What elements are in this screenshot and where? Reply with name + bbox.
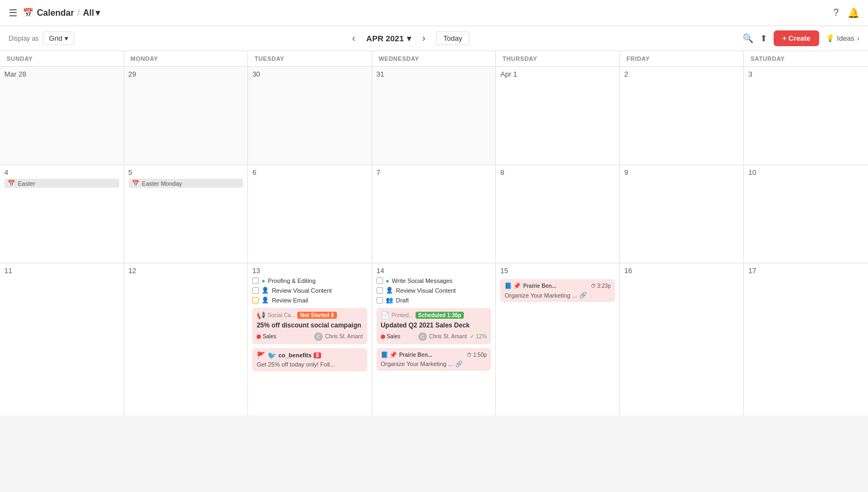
flag2-icon: 📌: [390, 351, 397, 358]
task-label: Review Email: [272, 297, 308, 304]
day-10[interactable]: 10: [744, 165, 868, 263]
prev-month-button[interactable]: ‹: [348, 30, 360, 46]
author-name: Chris St. Amant: [325, 333, 362, 339]
day-12[interactable]: 12: [124, 263, 248, 415]
card-source: Printed...: [392, 312, 413, 318]
header-tuesday: TUESDAY: [248, 51, 372, 66]
next-month-button[interactable]: ›: [418, 30, 430, 46]
day-11[interactable]: 11: [0, 263, 124, 415]
task-draft[interactable]: 👥 Draft: [376, 296, 492, 304]
day-17[interactable]: 17: [744, 263, 868, 415]
day-5[interactable]: 5 📅 Easter Monday: [124, 165, 248, 263]
hamburger-icon[interactable]: ☰: [9, 7, 17, 19]
day-number: 30: [252, 70, 367, 78]
clock-icon: ⏱: [591, 283, 596, 289]
prairie-icons: 📘 📌: [381, 351, 397, 358]
time-value: 1:50p: [473, 352, 487, 358]
task-label: Proofing & Editing: [268, 277, 316, 284]
day-8[interactable]: 8: [496, 165, 620, 263]
day-number: 29: [129, 70, 244, 78]
day-apr1[interactable]: Apr 1: [496, 67, 620, 165]
day-15[interactable]: 15 📘 📌 Prairie Ben...: [496, 263, 620, 415]
day-number: Apr 1: [500, 70, 615, 78]
display-as-label: Display as: [9, 35, 39, 42]
twitter-icon: 🐦: [267, 351, 276, 359]
share-button[interactable]: ⬆: [760, 33, 767, 43]
grid-chevron-icon: ▾: [65, 34, 68, 42]
nav-all[interactable]: All ▾: [83, 8, 100, 18]
card-percent: ✓ 12%: [470, 333, 487, 339]
printed-card[interactable]: 📄 Printed... Scheduled 1:36p Updated Q2 …: [376, 308, 492, 344]
social-campaign-card[interactable]: 📢 Social Ca... Not Started 8 25% off dis…: [252, 308, 367, 344]
day-4[interactable]: 4 📅 Easter: [0, 165, 124, 263]
day-number: 6: [252, 168, 367, 176]
create-button[interactable]: + Create: [774, 30, 819, 46]
task-write-social[interactable]: ● Write Social Messages: [376, 277, 492, 285]
day-29[interactable]: 29: [124, 67, 248, 165]
weeks: Mar 28 29 30 31 Apr 1 2 3 4: [0, 67, 868, 415]
task-checkbox[interactable]: [252, 277, 259, 284]
card-type-icon: 📄: [381, 311, 390, 319]
day-3[interactable]: 3: [744, 67, 868, 165]
header-saturday: SATURDAY: [744, 51, 868, 66]
bell-icon[interactable]: 🔔: [847, 7, 859, 19]
task-proofing[interactable]: ● Proofing & Editing: [252, 277, 367, 285]
day-7[interactable]: 7: [372, 165, 496, 263]
card-title: 25% off discount social campaign: [257, 321, 363, 330]
tag-dot: [257, 335, 261, 339]
easter-monday-event[interactable]: 📅 Easter Monday: [129, 179, 244, 188]
task-checkbox[interactable]: [252, 297, 259, 304]
day-number: 15: [500, 267, 615, 275]
card-tag: Sales: [257, 333, 276, 339]
prairie-name: Prairie Ben...: [399, 352, 432, 358]
day-13[interactable]: 13 ● Proofing & Editing 👤 Review Visual …: [248, 263, 372, 415]
today-button[interactable]: Today: [436, 31, 469, 45]
day-headers: SUNDAY MONDAY TUESDAY WEDNESDAY THURSDAY…: [0, 51, 868, 67]
prairie-title-text: Organize Your Marketing ...: [505, 292, 577, 299]
search-button[interactable]: 🔍: [743, 33, 754, 43]
calendar-icon: 📅: [23, 8, 34, 18]
help-icon[interactable]: ?: [833, 7, 839, 18]
task-review-visual[interactable]: 👤 Review Visual Content: [252, 286, 367, 294]
event-list: ● Proofing & Editing 👤 Review Visual Con…: [252, 277, 367, 371]
task-checkbox[interactable]: [376, 287, 383, 294]
day-mar28[interactable]: Mar 28: [0, 67, 124, 165]
month-title[interactable]: APR 2021 ▾: [366, 34, 411, 43]
clock-icon: ⏱: [467, 352, 472, 358]
co-benefits-card[interactable]: 🚩 🐦 co_benefits 8 Get 25% off today only…: [252, 348, 367, 371]
card-type-icon: 📢: [257, 311, 265, 319]
easter-event[interactable]: 📅 Easter: [4, 179, 119, 188]
event-list: ● Write Social Messages 👤 Review Visual …: [376, 277, 492, 371]
prairie-card-15[interactable]: 📘 📌 Prairie Ben... ⏱ 3:23p Org: [500, 279, 615, 302]
tag-dot: [381, 335, 385, 339]
task-review-email[interactable]: 👤 Review Email: [252, 296, 367, 304]
prairie-name: Prairie Ben...: [523, 283, 556, 289]
task-icon: 👤: [261, 287, 269, 294]
prairie-card-14[interactable]: 📘 📌 Prairie Ben... ⏱ 1:50p Org: [376, 348, 492, 371]
task-review-visual-14[interactable]: 👤 Review Visual Content: [376, 286, 492, 294]
day-6[interactable]: 6: [248, 165, 372, 263]
task-checkbox[interactable]: [376, 297, 383, 304]
task-checkbox[interactable]: [252, 287, 259, 294]
day-31[interactable]: 31: [372, 67, 496, 165]
prairie-title-text: Organize Your Marketing ...: [381, 361, 453, 367]
day-16[interactable]: 16: [620, 263, 744, 415]
calendar-icon: 📅: [132, 180, 139, 187]
day-number: 3: [748, 70, 864, 78]
day-number: Mar 28: [4, 70, 119, 78]
link-icon: 🔗: [455, 361, 463, 368]
day-9[interactable]: 9: [620, 165, 744, 263]
week-row-3: 11 12 13 ● Proofing & Editing 👤: [0, 263, 868, 415]
task-icon: ●: [386, 277, 390, 284]
week-row-1: Mar 28 29 30 31 Apr 1 2 3: [0, 67, 868, 165]
grid-button[interactable]: Grid ▾: [43, 31, 74, 45]
toolbar-right: 🔍 ⬆ + Create 💡 Ideas ›: [743, 30, 859, 46]
day-14[interactable]: 14 ● Write Social Messages 👤 Review Visu…: [372, 263, 496, 415]
day-number: 17: [748, 267, 864, 275]
day-30[interactable]: 30: [248, 67, 372, 165]
top-nav: ☰ 📅 Calendar / All ▾ ? 🔔: [0, 0, 868, 26]
day-2[interactable]: 2: [620, 67, 744, 165]
card-title: Updated Q2 2021 Sales Deck: [381, 321, 487, 330]
ideas-button[interactable]: 💡 Ideas ›: [826, 34, 859, 42]
task-checkbox[interactable]: [376, 277, 383, 284]
